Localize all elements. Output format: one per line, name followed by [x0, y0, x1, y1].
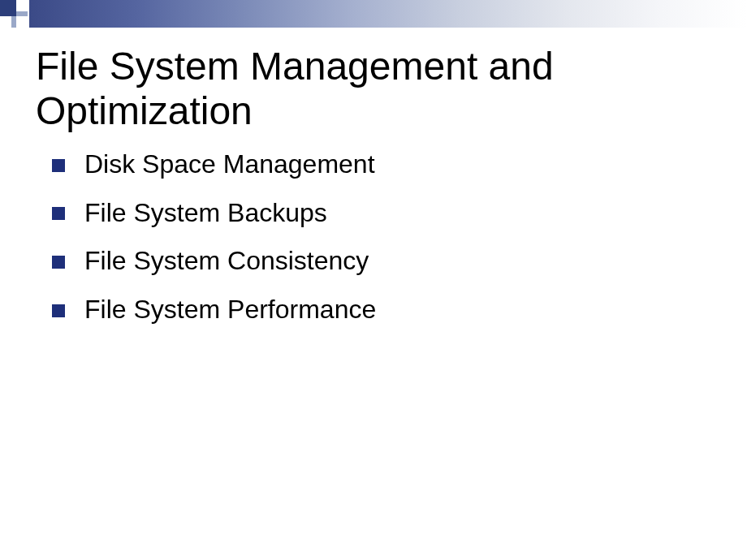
list-item: File System Consistency — [52, 244, 376, 278]
bullet-text: File System Consistency — [84, 244, 369, 278]
gradient-bar — [29, 0, 747, 28]
corner-decoration — [0, 0, 36, 36]
list-item: File System Backups — [52, 196, 376, 230]
bullet-text: File System Backups — [84, 196, 327, 230]
bullet-text: Disk Space Management — [84, 148, 375, 182]
decoration-square-dark — [0, 0, 16, 16]
bullet-icon — [52, 159, 65, 172]
slide-top-decoration — [0, 0, 747, 28]
bullet-icon — [52, 256, 65, 269]
list-item: Disk Space Management — [52, 148, 376, 182]
bullet-list: Disk Space Management File System Backup… — [52, 148, 376, 341]
bullet-icon — [52, 207, 65, 220]
bullet-text: File System Performance — [84, 293, 376, 327]
list-item: File System Performance — [52, 293, 376, 327]
bullet-icon — [52, 304, 65, 317]
decoration-square-white — [16, 16, 28, 28]
slide-title: File System Management and Optimization — [36, 44, 715, 133]
